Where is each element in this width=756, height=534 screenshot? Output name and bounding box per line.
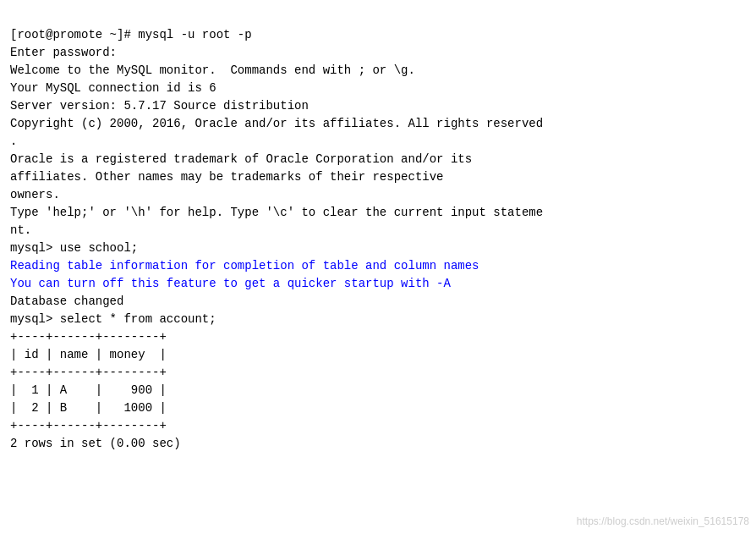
watermark: https://blog.csdn.net/weixin_51615178 — [577, 515, 749, 527]
terminal-output: [root@promote ~]# mysql -u root -pEnter … — [10, 8, 746, 453]
terminal-line: 2 rows in set (0.00 sec) — [10, 435, 746, 453]
terminal-line: Server version: 5.7.17 Source distributi… — [10, 97, 746, 115]
terminal-line: Type 'help;' or '\h' for help. Type '\c'… — [10, 204, 746, 222]
terminal-line: Welcome to the MySQL monitor. Commands e… — [10, 62, 746, 80]
terminal-line: Database changed — [10, 293, 746, 311]
terminal-line: | 1 | A | 900 | — [10, 382, 746, 399]
terminal-line: [root@promote ~]# mysql -u root -p — [10, 26, 746, 44]
terminal-line: | 2 | B | 1000 | — [10, 399, 746, 417]
terminal-line: . — [10, 133, 746, 151]
terminal-line: +----+------+--------+ — [10, 328, 746, 346]
terminal-line: Enter password: — [10, 44, 746, 62]
terminal-line: nt. — [10, 222, 746, 239]
terminal-line: mysql> use school; — [10, 239, 746, 257]
terminal-line: Your MySQL connection id is 6 — [10, 80, 746, 97]
terminal-line: owners. — [10, 186, 746, 204]
terminal-line: You can turn off this feature to get a q… — [10, 275, 746, 293]
terminal-line: Oracle is a registered trademark of Orac… — [10, 151, 746, 168]
terminal-line: | id | name | money | — [10, 346, 746, 364]
terminal-line: +----+------+--------+ — [10, 364, 746, 382]
terminal-line: mysql> select * from account; — [10, 311, 746, 328]
terminal-line: Copyright (c) 2000, 2016, Oracle and/or … — [10, 115, 746, 133]
terminal-line: affiliates. Other names may be trademark… — [10, 168, 746, 186]
terminal-line: +----+------+--------+ — [10, 417, 746, 435]
terminal-line: Reading table information for completion… — [10, 257, 746, 275]
